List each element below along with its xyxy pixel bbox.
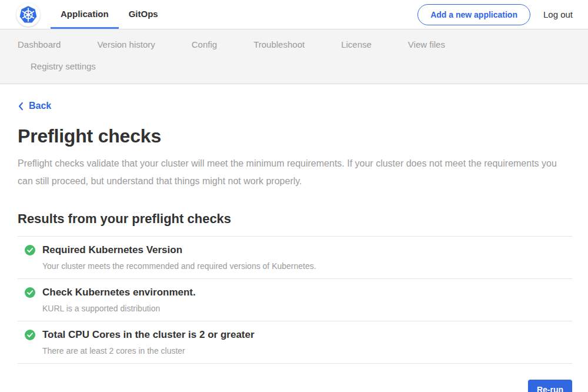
check-title: Required Kubernetes Version (42, 244, 182, 256)
back-link-label: Back (29, 101, 51, 111)
top-nav-actions: Add a new application Log out (417, 4, 588, 25)
check-row-kubernetes-version: Required Kubernetes Version Your cluster… (18, 237, 572, 279)
check-head: Check Kubernetes environment. (25, 287, 572, 298)
logout-button[interactable]: Log out (543, 9, 573, 19)
page-subtitle: Preflight checks validate that your clus… (18, 155, 564, 190)
back-link[interactable]: Back (18, 101, 51, 111)
sub-nav: Dashboard Version history Config Trouble… (0, 29, 588, 84)
subnav-item-dashboard[interactable]: Dashboard (18, 35, 61, 54)
check-row-kubernetes-environment: Check Kubernetes environment. KURL is a … (18, 279, 572, 321)
subnav-item-troubleshoot[interactable]: Troubleshoot (253, 35, 305, 54)
kubernetes-icon (19, 5, 38, 24)
back-chevron-icon (18, 102, 24, 111)
subnav-item-version-history[interactable]: Version history (97, 35, 155, 54)
preflight-results-list: Required Kubernetes Version Your cluster… (18, 236, 572, 364)
add-application-button[interactable]: Add a new application (417, 4, 530, 25)
subnav-item-registry-settings[interactable]: Registry settings (31, 57, 96, 75)
subnav-row-2: Registry settings (18, 57, 570, 75)
subnav-item-view-files[interactable]: View files (408, 35, 445, 54)
tab-gitops[interactable]: GitOps (119, 0, 168, 29)
top-nav: Application GitOps Add a new application… (0, 0, 588, 29)
page-title: Preflight checks (18, 125, 572, 147)
check-circle-icon (25, 287, 35, 298)
subnav-row-1: Dashboard Version history Config Trouble… (18, 35, 570, 54)
subnav-item-license[interactable]: License (341, 35, 372, 54)
subnav-item-config[interactable]: Config (192, 35, 217, 54)
main-content: Back Preflight checks Preflight checks v… (0, 84, 588, 392)
check-circle-icon (25, 245, 35, 255)
top-nav-tabs: Application GitOps (51, 0, 168, 29)
rerun-button[interactable]: Re-run (528, 380, 572, 392)
tab-application[interactable]: Application (51, 0, 119, 29)
check-head: Required Kubernetes Version (25, 244, 572, 256)
check-message: KURL is a supported distribution (42, 304, 572, 313)
check-title: Check Kubernetes environment. (42, 287, 196, 298)
check-message: There are at least 2 cores in the cluste… (42, 346, 572, 356)
results-heading: Results from your preflight checks (18, 211, 572, 226)
check-title: Total CPU Cores in the cluster is 2 or g… (42, 329, 255, 341)
app-logo (16, 3, 40, 26)
check-message: Your cluster meets the recommended and r… (42, 261, 572, 271)
check-head: Total CPU Cores in the cluster is 2 or g… (25, 329, 572, 341)
check-circle-icon (25, 330, 35, 340)
footer-actions: Re-run (18, 380, 572, 392)
check-row-cpu-cores: Total CPU Cores in the cluster is 2 or g… (18, 321, 572, 364)
